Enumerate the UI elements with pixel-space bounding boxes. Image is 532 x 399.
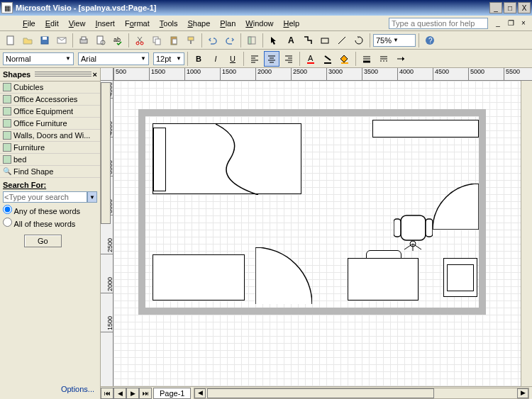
- stencil-item[interactable]: Cubicles: [0, 82, 100, 94]
- minimize-button[interactable]: _: [489, 2, 502, 13]
- copy-button[interactable]: [149, 33, 165, 48]
- svg-rect-30: [426, 219, 433, 237]
- menu-format[interactable]: Format: [121, 18, 154, 29]
- font-color-button[interactable]: A: [303, 51, 318, 67]
- door-bottom-shape[interactable]: [255, 247, 312, 304]
- stencil-item[interactable]: Office Furniture: [0, 118, 100, 130]
- undo-button[interactable]: [205, 33, 221, 48]
- grip-lines[interactable]: [35, 72, 91, 77]
- format-painter-button[interactable]: [183, 33, 199, 48]
- help-button[interactable]: ?: [422, 33, 438, 48]
- stencil-item[interactable]: Walls, Doors and Wi...: [0, 130, 100, 142]
- shelf-shape[interactable]: [372, 120, 479, 137]
- shapes-close-icon[interactable]: ×: [93, 70, 97, 79]
- radio-any[interactable]: Any of these words: [3, 205, 97, 215]
- stencil-item[interactable]: bed: [0, 154, 100, 166]
- paste-button[interactable]: [166, 33, 182, 48]
- italic-button[interactable]: I: [208, 51, 223, 67]
- svg-rect-25: [307, 62, 314, 64]
- shapes-pane: Shapes × CubiclesOffice AccessoriesOffic…: [0, 68, 101, 399]
- doc-restore-button[interactable]: ❐: [505, 18, 516, 28]
- maximize-button[interactable]: □: [504, 2, 516, 13]
- scrollbar-horizontal[interactable]: ◀ ▶: [194, 388, 529, 399]
- svg-rect-28: [401, 215, 426, 240]
- bed-shape[interactable]: [153, 123, 301, 194]
- bold-button[interactable]: B: [191, 51, 206, 67]
- nav-last-button[interactable]: ⏭: [139, 388, 152, 399]
- drawing-canvas[interactable]: [113, 81, 521, 386]
- align-left-button[interactable]: [247, 51, 262, 67]
- line-ends-button[interactable]: [393, 51, 409, 67]
- search-label: Search For:: [3, 181, 97, 189]
- stencil-item[interactable]: 🔍Find Shape: [0, 166, 100, 178]
- door-right-shape[interactable]: [433, 184, 479, 230]
- line-tool-button[interactable]: [334, 33, 350, 48]
- doc-minimize-button[interactable]: _: [492, 18, 504, 28]
- print-preview-button[interactable]: [93, 33, 109, 48]
- search-dropdown-icon[interactable]: ▼: [87, 191, 97, 203]
- desk-shape[interactable]: [348, 258, 419, 300]
- print-button[interactable]: [76, 33, 92, 48]
- email-button[interactable]: [54, 33, 70, 48]
- redo-button[interactable]: [222, 33, 238, 48]
- nav-next-button[interactable]: ▶: [126, 388, 139, 399]
- tv-shape[interactable]: [443, 258, 477, 297]
- menu-help[interactable]: Help: [279, 18, 304, 29]
- close-button[interactable]: X: [518, 2, 531, 13]
- nav-prev-button[interactable]: ◀: [113, 388, 126, 399]
- open-button[interactable]: [20, 33, 35, 48]
- nav-first-button[interactable]: ⏮: [101, 388, 113, 399]
- doc-close-button[interactable]: ×: [518, 18, 529, 28]
- shapes-window-button[interactable]: [244, 33, 260, 48]
- connector-tool-button[interactable]: [300, 33, 316, 48]
- fill-color-button[interactable]: [337, 51, 353, 67]
- underline-button[interactable]: U: [225, 51, 240, 67]
- menu-edit[interactable]: Edit: [41, 18, 63, 29]
- menu-file[interactable]: File: [18, 18, 40, 29]
- rectangle-tool-button[interactable]: [317, 33, 333, 48]
- menu-tools[interactable]: Tools: [155, 18, 182, 29]
- text-tool-button[interactable]: A: [283, 33, 299, 48]
- style-combo[interactable]: Normal▼: [3, 52, 74, 65]
- svg-rect-26: [324, 62, 331, 64]
- line-pattern-button[interactable]: [376, 51, 392, 67]
- svg-rect-14: [172, 39, 177, 44]
- new-button[interactable]: [3, 33, 18, 48]
- menu-window[interactable]: Window: [241, 18, 277, 29]
- cut-button[interactable]: [132, 33, 148, 48]
- window-buttons: _ □ X: [489, 2, 531, 13]
- svg-text:ab: ab: [113, 36, 121, 43]
- fontsize-combo[interactable]: 12pt▼: [153, 52, 184, 65]
- line-color-button[interactable]: [320, 51, 336, 67]
- stencil-item[interactable]: Furniture: [0, 142, 100, 154]
- go-button[interactable]: Go: [24, 235, 62, 247]
- menu-plan[interactable]: Plan: [216, 18, 240, 29]
- menu-view[interactable]: View: [65, 18, 90, 29]
- svg-rect-18: [248, 37, 251, 44]
- svg-line-21: [338, 37, 345, 44]
- stencil-item[interactable]: Office Accessories: [0, 94, 100, 106]
- help-input[interactable]: [389, 18, 488, 29]
- ruler-horizontal[interactable]: 5001500100015002000250030003500400045005…: [113, 68, 532, 81]
- options-link[interactable]: Options...: [0, 382, 100, 399]
- svg-rect-6: [97, 36, 103, 44]
- search-input[interactable]: [3, 191, 87, 203]
- scrollbar-vertical[interactable]: [521, 81, 532, 386]
- rotate-tool-button[interactable]: [351, 33, 367, 48]
- cabinet-shape[interactable]: [153, 254, 245, 300]
- menubar: File Edit View Insert Format Tools Shape…: [0, 16, 532, 31]
- align-center-button[interactable]: [264, 51, 279, 67]
- zoom-combo[interactable]: 75%▼: [373, 34, 416, 47]
- spellcheck-button[interactable]: ab: [110, 33, 126, 48]
- page-tab[interactable]: Page-1: [153, 388, 191, 399]
- align-right-button[interactable]: [281, 51, 297, 67]
- line-weight-button[interactable]: [359, 51, 375, 67]
- menu-shape[interactable]: Shape: [183, 18, 214, 29]
- save-button[interactable]: [37, 33, 52, 48]
- pointer-tool-button[interactable]: [266, 33, 282, 48]
- radio-all[interactable]: All of these words: [3, 218, 97, 228]
- chair-shape[interactable]: [394, 208, 433, 251]
- stencil-item[interactable]: Office Equipment: [0, 106, 100, 118]
- menu-insert[interactable]: Insert: [91, 18, 119, 29]
- font-combo[interactable]: Arial▼: [78, 52, 149, 65]
